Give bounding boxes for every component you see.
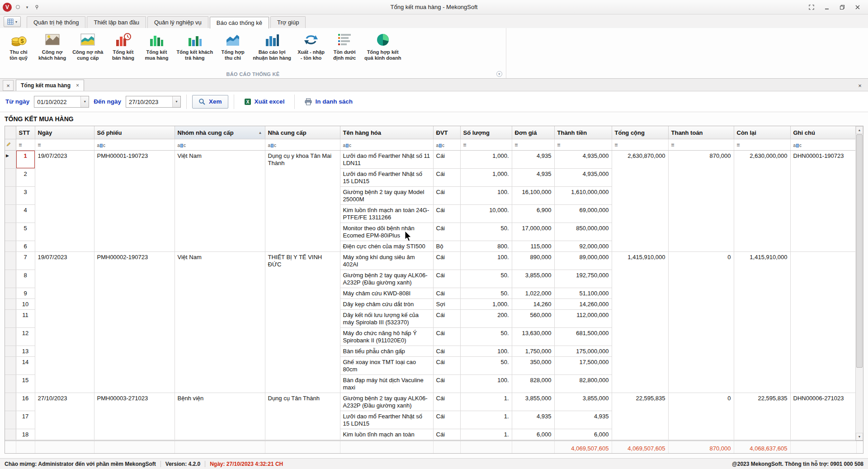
ribbon-button[interactable]: Tổng kếtmua hàng [140, 30, 173, 62]
cell-con_lai[interactable]: 2,630,000,000 [734, 151, 790, 252]
column-header-thanh_tien[interactable]: Thành tiền [554, 126, 612, 139]
cell-don_gia[interactable]: 4,935 [512, 151, 554, 169]
cell-ten[interactable]: Bàn tiểu phẫu chân gấp [340, 346, 433, 356]
cell-thanh_tien[interactable]: 112,000,000 [554, 309, 612, 327]
cell-don_gia[interactable]: 6,900 [512, 204, 554, 223]
row-indicator[interactable] [5, 429, 16, 440]
cell-ten[interactable]: Lưỡi dao mổ Fearther Nhật số 11 LDN11 [340, 151, 433, 169]
cell-thanh_tien[interactable]: 51,100,000 [554, 288, 612, 298]
cell-stt[interactable]: 8 [16, 270, 35, 288]
cell-don_gia[interactable]: 14,260 [512, 298, 554, 309]
cell-thanh_tien[interactable]: 3,855,000 [554, 393, 612, 411]
cell-stt[interactable]: 7 [16, 251, 35, 270]
cell-thanh_tien[interactable]: 4,935 [554, 411, 612, 429]
cell-dvt[interactable]: Cái [433, 309, 460, 327]
cell-stt[interactable]: 1 [16, 151, 35, 169]
cell-dvt[interactable]: Cái [433, 429, 460, 440]
cell-so_luong[interactable]: 200. [460, 309, 512, 327]
cell-thanh_tien[interactable]: 69,000,000 [554, 204, 612, 223]
cell-dvt[interactable]: Cái [433, 223, 460, 241]
cell-ngay[interactable]: 19/07/2023 [35, 151, 94, 252]
cell-stt[interactable]: 14 [16, 356, 35, 374]
row-indicator[interactable] [5, 241, 16, 251]
filter-cell-stt[interactable]: = [16, 139, 35, 150]
cell-stt[interactable]: 15 [16, 374, 35, 393]
cell-dvt[interactable]: Cái [433, 270, 460, 288]
column-header-dvt[interactable]: ĐVT [433, 126, 460, 139]
cell-thanh_tien[interactable]: 850,000,000 [554, 223, 612, 241]
row-indicator[interactable] [5, 223, 16, 241]
ribbon-button[interactable]: Tổng hợp kếtquả kinh doanh [361, 30, 404, 62]
cell-don_gia[interactable]: 3,855,000 [512, 270, 554, 288]
cell-ten[interactable]: Kim luồn tĩnh mạch an toàn [340, 429, 433, 440]
cell-ncc[interactable]: Dụng cụ y khoa Tân Mai Thành [265, 151, 340, 252]
cell-nhom[interactable]: Bệnh viện [175, 393, 265, 440]
cell-so_luong[interactable]: 10,000. [460, 204, 512, 223]
minimize-button[interactable] [819, 2, 835, 13]
cell-don_gia[interactable]: 16,100,000 [512, 186, 554, 204]
cell-thanh_tien[interactable]: 175,000,000 [554, 346, 612, 356]
cell-thanh_tien[interactable]: 4,935,000 [554, 168, 612, 186]
vertical-scrollbar[interactable]: ▲ ▼ [855, 126, 863, 441]
cell-don_gia[interactable]: 560,000 [512, 309, 554, 327]
quick-access-circle-icon[interactable] [14, 3, 21, 11]
cell-so_luong[interactable]: 1,000. [460, 168, 512, 186]
cell-dvt[interactable]: Cái [433, 374, 460, 393]
cell-ten[interactable]: Monitor theo dõi bệnh nhân Ecomed EPM-80… [340, 223, 433, 241]
row-indicator[interactable] [5, 251, 16, 270]
cell-don_gia[interactable]: 13,630,000 [512, 327, 554, 346]
filter-cell-thanh_toan[interactable]: = [668, 139, 734, 150]
cell-so_luong[interactable]: 800. [460, 241, 512, 251]
scroll-up-icon[interactable]: ▲ [856, 126, 863, 134]
row-indicator[interactable] [5, 374, 16, 393]
document-tab-active[interactable]: Tổng kết mua hàng × [16, 80, 84, 91]
from-date-dropdown-icon[interactable]: ▾ [80, 96, 89, 107]
row-indicator[interactable] [5, 168, 16, 186]
cell-so_phieu[interactable]: PMH00003-271023 [94, 393, 175, 440]
group-dialog-launcher-icon[interactable]: ▾ [496, 71, 502, 77]
cell-ten[interactable]: Máy đo chức năng hô hấp Ý Spirobank II (… [340, 327, 433, 346]
cell-don_gia[interactable]: 115,000 [512, 241, 554, 251]
filter-cell-ghi_chu[interactable]: ac [790, 139, 856, 150]
ribbon-button[interactable]: $Thu chitồn quỹ [2, 30, 35, 62]
cell-dvt[interactable]: Cái [433, 288, 460, 298]
print-list-button[interactable]: In danh sách [300, 95, 357, 109]
row-indicator[interactable] [5, 288, 16, 298]
column-header-so_luong[interactable]: Số lượng [460, 126, 512, 139]
row-indicator[interactable] [5, 270, 16, 288]
column-header-ghi_chu[interactable]: Ghi chú [790, 126, 856, 139]
cell-dvt[interactable]: Cái [433, 346, 460, 356]
filter-cell-ten[interactable]: ac [340, 139, 433, 150]
cell-so_luong[interactable]: 50. [460, 327, 512, 346]
cell-ngay[interactable]: 19/07/2023 [35, 251, 94, 393]
cell-ten[interactable]: Giường bệnh 2 tay quay Model 25000M [340, 186, 433, 204]
tab-close-icon[interactable]: × [76, 82, 79, 89]
cell-so_luong[interactable]: 1. [460, 411, 512, 429]
from-date-input[interactable]: 01/10/2022 ▾ [34, 96, 89, 108]
cell-don_gia[interactable]: 3,855,000 [512, 393, 554, 411]
row-indicator[interactable] [5, 204, 16, 223]
cell-nhom[interactable]: Việt Nam [175, 251, 265, 393]
cell-ghi_chu[interactable] [790, 251, 856, 393]
ribbon-tab-inactive[interactable]: Quản trị hệ thống [27, 16, 85, 28]
ribbon-button[interactable]: Tồn dướiđịnh mức [328, 30, 361, 62]
cell-stt[interactable]: 10 [16, 298, 35, 309]
cell-ten[interactable]: Giường bệnh 2 tay quay ALK06-A232P (Đầu … [340, 393, 433, 411]
cell-stt[interactable]: 17 [16, 411, 35, 429]
row-indicator[interactable] [5, 411, 16, 429]
cell-don_gia[interactable]: 6,000 [512, 429, 554, 440]
tab-close-right-button[interactable]: × [854, 80, 865, 91]
cell-stt[interactable]: 16 [16, 393, 35, 411]
cell-ngay[interactable]: 27/10/2023 [35, 393, 94, 440]
to-date-input[interactable]: 27/10/2023 ▾ [126, 96, 181, 108]
cell-ten[interactable]: Máy xông khí dung siêu âm 402AI [340, 251, 433, 270]
cell-con_lai[interactable]: 22,595,835 [734, 393, 790, 440]
cell-so_luong[interactable]: 100. [460, 251, 512, 270]
export-excel-button[interactable]: X Xuất excel [240, 95, 289, 109]
cell-so_luong[interactable]: 50. [460, 270, 512, 288]
row-indicator[interactable] [5, 327, 16, 346]
cell-dvt[interactable]: Bộ [433, 241, 460, 251]
cell-tong_cong[interactable]: 1,415,910,000 [612, 251, 668, 393]
cell-ten[interactable]: Dây kẹp châm cứu dắt tròn [340, 298, 433, 309]
column-header-so_phieu[interactable]: Số phiếu [94, 126, 175, 139]
